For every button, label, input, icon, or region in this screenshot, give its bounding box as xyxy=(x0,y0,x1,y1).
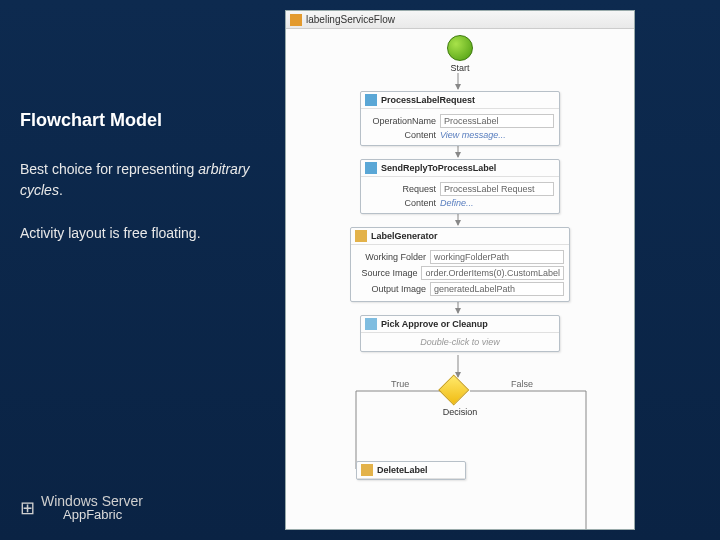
field-label: Content xyxy=(366,198,436,208)
text: Best choice for representing xyxy=(20,161,198,177)
activity-title: ProcessLabelRequest xyxy=(381,95,475,105)
delete-label-activity[interactable]: DeleteLabel xyxy=(356,461,466,480)
product-logo: ⊞ Windows Server AppFabric xyxy=(20,493,143,522)
working-folder-field[interactable]: workingFolderPath xyxy=(430,250,564,264)
activity-title: DeleteLabel xyxy=(377,465,428,475)
flowchart-icon xyxy=(290,14,302,26)
logo-sub: AppFabric xyxy=(63,507,143,522)
operation-name-field[interactable]: ProcessLabel xyxy=(440,114,554,128)
source-image-field[interactable]: order.OrderItems(0).CustomLabel xyxy=(421,266,564,280)
output-image-field[interactable]: generatedLabelPath xyxy=(430,282,564,296)
designer-canvas[interactable]: Start ProcessLabelRequest OperationName … xyxy=(286,29,634,529)
activity-title: Pick Approve or Cleanup xyxy=(381,319,488,329)
activity-title: LabelGenerator xyxy=(371,231,438,241)
folder-icon xyxy=(355,230,367,242)
field-label: Output Image xyxy=(356,284,426,294)
send-reply-activity[interactable]: SendReplyToProcessLabel Request ProcessL… xyxy=(360,159,560,214)
request-field[interactable]: ProcessLabel Request xyxy=(440,182,554,196)
branch-false-label: False xyxy=(511,379,533,389)
slide-text-1: Best choice for representing arbitrary c… xyxy=(20,159,270,201)
pick-icon xyxy=(365,318,377,330)
slide-heading: Flowchart Model xyxy=(20,110,270,131)
folder-icon xyxy=(361,464,373,476)
field-label: Request xyxy=(366,184,436,194)
start-node[interactable]: Start xyxy=(447,35,473,73)
decision-node[interactable]: Decision xyxy=(443,379,478,417)
windows-icon: ⊞ xyxy=(20,497,35,519)
field-label: Content xyxy=(366,130,436,140)
decision-label: Decision xyxy=(443,407,478,417)
field-label: OperationName xyxy=(366,116,436,126)
label-generator-activity[interactable]: LabelGenerator Working Folder workingFol… xyxy=(350,227,570,302)
field-label: Working Folder xyxy=(356,252,426,262)
send-icon xyxy=(365,162,377,174)
slide-text-2: Activity layout is free floating. xyxy=(20,223,270,244)
start-label: Start xyxy=(447,63,473,73)
start-icon xyxy=(447,35,473,61)
decision-icon xyxy=(438,374,469,405)
receive-icon xyxy=(365,94,377,106)
workflow-designer[interactable]: labelingServiceFlow Start ProcessLabelRe… xyxy=(285,10,635,530)
branch-true-label: True xyxy=(391,379,409,389)
receive-activity[interactable]: ProcessLabelRequest OperationName Proces… xyxy=(360,91,560,146)
define-link[interactable]: Define... xyxy=(440,198,554,208)
field-label: Source Image xyxy=(356,268,417,278)
collapsed-hint: Double-click to view xyxy=(361,333,559,351)
text: . xyxy=(59,182,63,198)
designer-title: labelingServiceFlow xyxy=(306,14,395,25)
activity-title: SendReplyToProcessLabel xyxy=(381,163,496,173)
designer-titlebar: labelingServiceFlow xyxy=(286,11,634,29)
pick-activity[interactable]: Pick Approve or Cleanup Double-click to … xyxy=(360,315,560,352)
view-message-link[interactable]: View message... xyxy=(440,130,554,140)
